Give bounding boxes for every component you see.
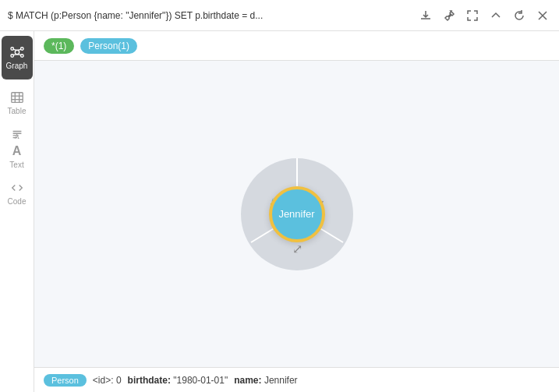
- top-bar-icons: [417, 7, 551, 24]
- status-bar: Person <id>: 0 birthdate: "1980-01-01" n…: [34, 367, 559, 392]
- node-label: Jennifer: [278, 208, 314, 220]
- pin-icon[interactable]: [440, 7, 458, 24]
- status-birthdate: birthdate: "1980-01-01": [128, 375, 228, 386]
- svg-line-6: [17, 49, 21, 50]
- chevron-up-icon[interactable]: [487, 7, 504, 24]
- sidebar-code-label: Code: [8, 197, 27, 206]
- sidebar: Graph Table A A Text: [0, 31, 34, 392]
- sidebar-item-table[interactable]: Table: [2, 81, 33, 125]
- sidebar-item-graph[interactable]: Graph: [2, 36, 33, 79]
- birthdate-value: "1980-01-01": [173, 375, 228, 386]
- sidebar-item-text[interactable]: A A Text: [2, 126, 33, 170]
- node-jennifer[interactable]: Jennifer: [269, 186, 325, 242]
- birthdate-key: birthdate:: [128, 375, 171, 386]
- status-badge: Person: [44, 374, 87, 387]
- name-value: Jennifer: [264, 375, 298, 386]
- svg-text:A: A: [14, 132, 19, 140]
- svg-line-7: [12, 55, 16, 55]
- graph-canvas[interactable]: 🔒 ✕ ⤢ Jennifer: [34, 61, 559, 367]
- name-key: name:: [234, 375, 261, 386]
- query-text: $ MATCH (p:Person {name: "Jennifer"}) SE…: [8, 10, 417, 21]
- id-label: <id>:: [93, 375, 114, 386]
- content-area: *(1) Person(1) 🔒 ✕: [34, 31, 559, 392]
- sidebar-text-label: Text: [9, 161, 23, 169]
- download-icon[interactable]: [417, 7, 434, 24]
- svg-text:⤢: ⤢: [292, 242, 302, 256]
- tags-bar: *(1) Person(1): [34, 31, 559, 61]
- id-value: 0: [116, 375, 122, 386]
- close-icon[interactable]: [534, 7, 551, 24]
- status-id-label: <id>: 0: [93, 375, 122, 386]
- status-name: name: Jennifer: [234, 375, 297, 386]
- svg-line-5: [12, 49, 16, 50]
- main-area: Graph Table A A Text: [0, 31, 559, 392]
- refresh-icon[interactable]: [511, 7, 528, 24]
- svg-line-8: [17, 55, 21, 55]
- sidebar-table-label: Table: [8, 107, 27, 115]
- svg-rect-9: [11, 93, 22, 103]
- sidebar-graph-label: Graph: [6, 62, 28, 70]
- node-container: 🔒 ✕ ⤢ Jennifer: [235, 152, 359, 277]
- fullscreen-icon[interactable]: [464, 7, 481, 24]
- top-bar: $ MATCH (p:Person {name: "Jennifer"}) SE…: [0, 0, 559, 31]
- tag-star[interactable]: *(1): [44, 38, 74, 54]
- svg-point-0: [15, 50, 19, 54]
- tag-person[interactable]: Person(1): [80, 38, 137, 54]
- sidebar-item-code[interactable]: Code: [2, 171, 33, 215]
